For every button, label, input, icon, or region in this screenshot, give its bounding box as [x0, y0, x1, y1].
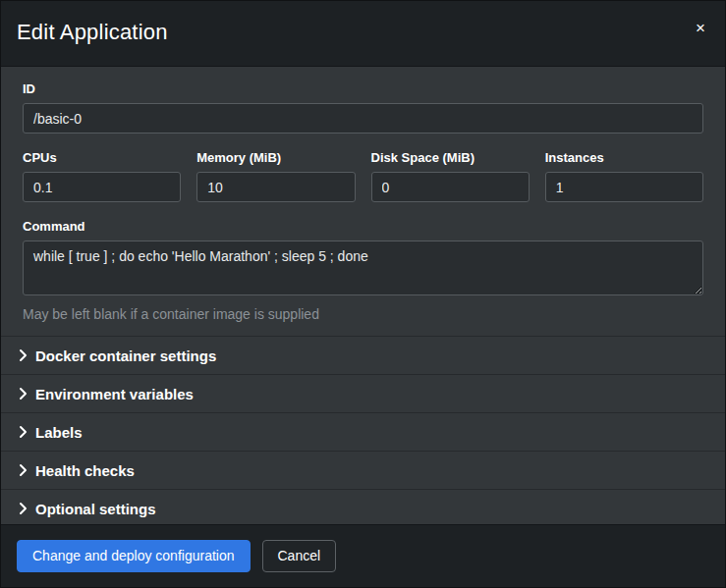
cpus-label: CPUs [23, 150, 181, 165]
cancel-button[interactable]: Cancel [262, 540, 337, 572]
section-title: Docker container settings [35, 347, 216, 364]
section-docker-container-settings[interactable]: Docker container settings [1, 337, 725, 375]
chevron-right-icon [19, 387, 32, 401]
chevron-right-icon [19, 463, 32, 477]
disk-input[interactable] [371, 172, 530, 202]
instances-label: Instances [545, 150, 703, 165]
modal-footer: Change and deploy configuration Cancel [1, 524, 725, 587]
command-field-group: Command while [ true ] ; do echo 'Hello … [1, 219, 725, 322]
chevron-right-icon [19, 425, 32, 439]
edit-application-modal: Edit Application × ID CPUs Memory (MiB) … [0, 0, 726, 588]
section-health-checks[interactable]: Health checks [1, 452, 725, 490]
cpus-field-group: CPUs [23, 150, 181, 202]
instances-field-group: Instances [545, 150, 703, 202]
section-environment-variables[interactable]: Environment variables [1, 375, 725, 413]
resources-row: CPUs Memory (MiB) Disk Space (MiB) Insta… [1, 150, 725, 202]
id-input[interactable] [23, 103, 703, 134]
chevron-right-icon [19, 348, 32, 362]
section-optional-settings[interactable]: Optional settings [1, 490, 725, 524]
instances-input[interactable] [545, 172, 703, 202]
command-textarea[interactable]: while [ true ] ; do echo 'Hello Marathon… [23, 241, 703, 295]
id-field-group: ID [1, 81, 725, 134]
memory-input[interactable] [196, 172, 355, 202]
memory-label: Memory (MiB) [196, 150, 355, 165]
modal-header: Edit Application × [1, 1, 725, 67]
chevron-right-icon [19, 502, 32, 515]
change-and-deploy-button[interactable]: Change and deploy configuration [17, 540, 251, 572]
collapsible-sections: Docker container settings Environment va… [1, 336, 725, 524]
section-title: Health checks [35, 462, 135, 479]
section-title: Labels [35, 424, 83, 441]
section-labels[interactable]: Labels [1, 413, 725, 452]
command-label: Command [23, 219, 703, 234]
page-title: Edit Application [17, 20, 168, 45]
cpus-input[interactable] [23, 172, 181, 202]
modal-body: ID CPUs Memory (MiB) Disk Space (MiB) In… [1, 67, 725, 524]
section-title: Environment variables [35, 386, 194, 402]
disk-label: Disk Space (MiB) [371, 150, 530, 165]
command-help-text: May be left blank if a container image i… [23, 306, 703, 322]
id-label: ID [23, 81, 703, 96]
close-icon[interactable]: × [692, 18, 709, 38]
section-title: Optional settings [35, 501, 156, 517]
memory-field-group: Memory (MiB) [196, 150, 355, 202]
disk-field-group: Disk Space (MiB) [371, 150, 530, 202]
